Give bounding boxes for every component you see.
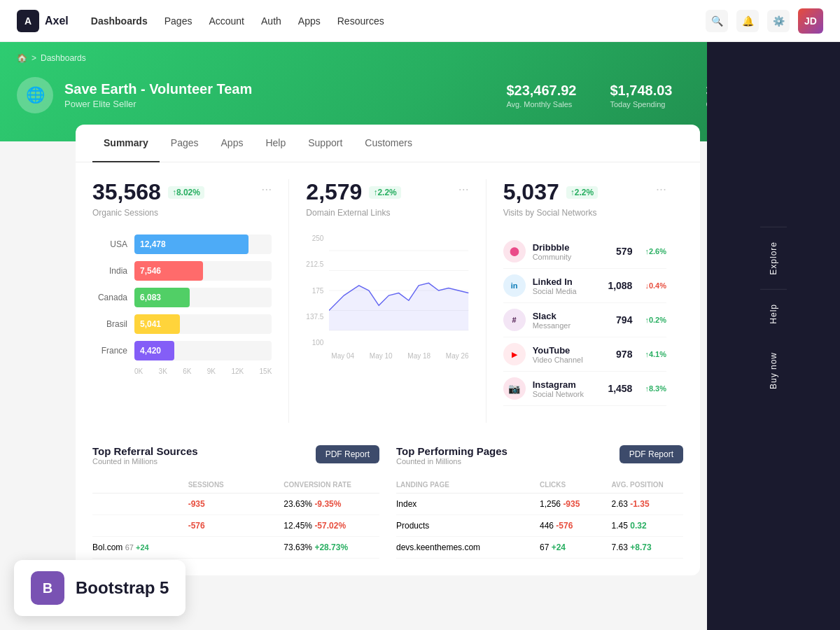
- social-instagram: 📷 Instagram Social Network 1,458 ↑8.3%: [503, 372, 666, 406]
- referral-subtitle: Counted in Millions: [92, 457, 198, 465]
- metric-social: 5,037 ↑2.2% Visits by Social Networks ··…: [486, 179, 683, 423]
- nav-dashboards[interactable]: Dashboards: [91, 15, 148, 27]
- metrics-row: 35,568 ↑8.02% Organic Sessions ··· USA 1…: [76, 162, 700, 423]
- youtube-icon: ▶: [503, 343, 526, 365]
- brand-name: Axel: [45, 15, 69, 27]
- referral-card: Top Referral Sources Counted in Millions…: [92, 445, 379, 559]
- hero-stat-1: $23,467.92 Avg. Monthly Sales: [506, 83, 576, 108]
- bar-france: France 4,420: [92, 341, 272, 360]
- social-linkedin: in Linked In Social Media 1,088 ↓0.4%: [503, 269, 666, 303]
- hero-stat-label-1: Avg. Monthly Sales: [506, 100, 576, 108]
- domain-badge: ↑2.2%: [369, 186, 400, 199]
- metric-organic: 35,568 ↑8.02% Organic Sessions ··· USA 1…: [92, 179, 289, 423]
- domain-more[interactable]: ···: [458, 182, 469, 197]
- referral-row-2: -576 12.45% -57.02%: [92, 515, 379, 537]
- referral-row-3: Bol.com 67 +24 73.63% +28.73%: [92, 537, 379, 559]
- slack-icon: #: [503, 309, 526, 331]
- pages-card: Top Performing Pages Counted in Millions…: [396, 445, 683, 559]
- navbar: A Axel Dashboards Pages Account Auth App…: [0, 0, 840, 42]
- breadcrumb-current: Dashboards: [41, 53, 86, 63]
- bootstrap-badge: B Bootstrap 5: [14, 560, 186, 616]
- bar-canada: Canada 6,083: [92, 288, 272, 307]
- breadcrumb: 🏠 > Dashboards: [17, 53, 823, 63]
- settings-button[interactable]: ⚙️: [767, 10, 790, 32]
- referral-row-1: -935 23.63% -9.35%: [92, 493, 379, 515]
- social-dribbble: ⬤ Dribbble Community 579 ↑2.6%: [503, 234, 666, 269]
- dribbble-icon: ⬤: [503, 240, 526, 262]
- referral-title: Top Referral Sources: [92, 445, 198, 457]
- nav-links: Dashboards Pages Account Auth Apps Resou…: [91, 15, 384, 27]
- breadcrumb-separator: >: [31, 53, 36, 63]
- chart-area: [329, 234, 468, 349]
- referral-pdf-button[interactable]: PDF Report: [316, 445, 379, 463]
- bar-india: India 7,546: [92, 261, 272, 281]
- pages-header: LANDING PAGE CLICKS AVG. POSITION: [396, 477, 683, 493]
- nav-auth[interactable]: Auth: [261, 15, 281, 27]
- notifications-button[interactable]: 🔔: [736, 10, 759, 32]
- x-axis: May 04May 10May 18May 26: [306, 352, 468, 360]
- bar-brasil: Brasil 5,041: [92, 314, 272, 334]
- hero-profile: 🌐 Save Earth - Volunteer Team Power Elit…: [17, 77, 252, 113]
- instagram-icon: 📷: [503, 377, 526, 400]
- line-chart-svg: [329, 234, 468, 346]
- hero-stat-value-2: $1,748.03: [610, 83, 673, 99]
- organic-label: Organic Sessions: [92, 208, 204, 218]
- hero-content: 🌐 Save Earth - Volunteer Team Power Elit…: [17, 77, 823, 113]
- tab-customers[interactable]: Customers: [354, 125, 424, 162]
- help-button[interactable]: Help: [760, 289, 787, 338]
- pages-title: Top Performing Pages: [396, 445, 507, 457]
- bar-usa: USA 12,478: [92, 234, 272, 254]
- hero-title: Save Earth - Volunteer Team: [64, 81, 252, 97]
- referral-header: SESSIONS CONVERSION RATE: [92, 477, 379, 493]
- hero-stat-value-1: $23,467.92: [506, 83, 576, 99]
- organic-value: 35,568: [92, 179, 161, 205]
- nav-account[interactable]: Account: [209, 15, 244, 27]
- search-button[interactable]: 🔍: [706, 10, 728, 32]
- pages-row-2: Products 446 -576 1.45 0.32: [396, 515, 683, 537]
- brand[interactable]: A Axel: [17, 10, 69, 32]
- hero-info: Save Earth - Volunteer Team Power Elite …: [64, 81, 252, 109]
- pages-pdf-button[interactable]: PDF Report: [620, 445, 683, 463]
- tab-support[interactable]: Support: [297, 125, 354, 162]
- hero-stat-2: $1,748.03 Today Spending: [610, 83, 673, 108]
- nav-pages[interactable]: Pages: [164, 15, 192, 27]
- explore-button[interactable]: Explore: [760, 227, 787, 289]
- y-axis: 250 212.5 175 137.5 100: [306, 234, 323, 346]
- pages-subtitle: Counted in Millions: [396, 457, 507, 465]
- hero-subtitle: Power Elite Seller: [64, 99, 252, 109]
- social-more[interactable]: ···: [656, 182, 666, 197]
- tab-apps[interactable]: Apps: [210, 125, 255, 162]
- user-avatar[interactable]: JD: [798, 8, 823, 34]
- main-card: Summary Pages Apps Help Support Customer…: [76, 125, 700, 575]
- hero-logo: 🌐: [17, 77, 53, 113]
- pages-row-3: devs.keenthemes.com 67 +24 7.63 +8.73: [396, 537, 683, 559]
- organic-more[interactable]: ···: [261, 182, 272, 197]
- domain-label: Domain External Links: [306, 208, 400, 218]
- bar-chart: USA 12,478 India 7,546 Canada 6,083: [92, 234, 272, 375]
- home-icon[interactable]: 🏠: [17, 53, 27, 63]
- bottom-section: Top Referral Sources Counted in Millions…: [76, 428, 700, 575]
- brand-icon: A: [17, 10, 39, 32]
- buy-now-button[interactable]: Buy now: [760, 338, 787, 403]
- nav-apps[interactable]: Apps: [298, 15, 321, 27]
- social-label: Visits by Social Networks: [503, 208, 598, 218]
- nav-resources[interactable]: Resources: [337, 15, 384, 27]
- tab-help[interactable]: Help: [254, 125, 297, 162]
- card-tabs: Summary Pages Apps Help Support Customer…: [76, 125, 700, 162]
- linkedin-icon: in: [503, 274, 526, 297]
- metric-domain: 2,579 ↑2.2% Domain External Links ··· 25…: [289, 179, 486, 423]
- domain-value: 2,579: [306, 179, 362, 205]
- organic-badge: ↑8.02%: [168, 186, 204, 199]
- social-slack: # Slack Messanger 794 ↑0.2%: [503, 303, 666, 337]
- tab-pages[interactable]: Pages: [160, 125, 210, 162]
- social-value: 5,037: [503, 179, 559, 205]
- hero-stat-label-2: Today Spending: [610, 100, 673, 108]
- right-panel: Explore Help Buy now: [707, 0, 840, 630]
- bootstrap-icon: B: [31, 571, 64, 605]
- social-list: ⬤ Dribbble Community 579 ↑2.6% in Linke: [503, 234, 666, 406]
- tab-summary[interactable]: Summary: [92, 125, 160, 162]
- navbar-right: 🔍 🔔 ⚙️ JD: [706, 8, 823, 34]
- pages-row-1: Index 1,256 -935 2.63 -1.35: [396, 493, 683, 515]
- bootstrap-text: Bootstrap 5: [76, 578, 169, 598]
- social-badge: ↑2.2%: [566, 186, 598, 199]
